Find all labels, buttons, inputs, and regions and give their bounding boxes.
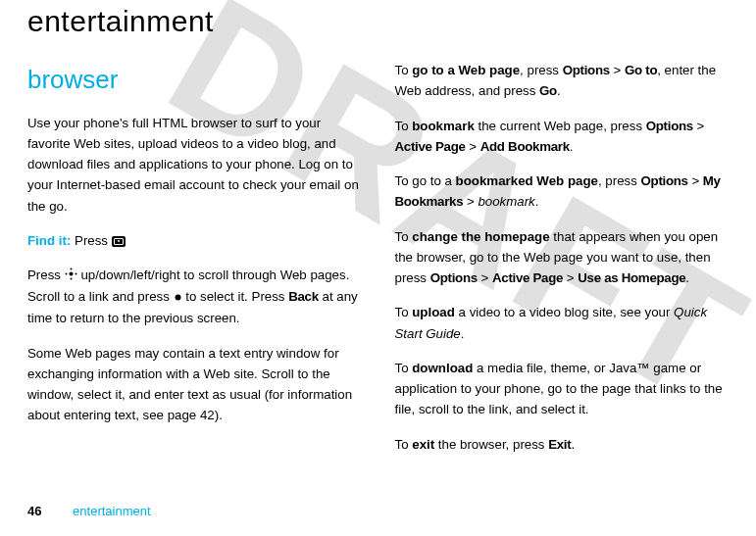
bold-goto: go to a Web page [412,63,520,77]
text-entry-note: Some Web pages may contain a text entry … [27,343,362,426]
browser-key-icon [112,236,126,247]
section-heading-browser: browser [27,60,362,101]
browser-intro: Use your phone's full HTML browser to su… [27,113,362,217]
page-title: entertainment [27,5,729,38]
page-footer: 46 entertainment [27,504,151,518]
gt: > [563,270,578,285]
txt: , press [520,63,563,77]
options-label: Options [641,173,688,188]
bold-bookmark: bookmark [412,119,475,133]
back-label: Back [288,289,319,304]
svg-point-3 [65,273,67,275]
center-key-icon [174,287,182,308]
nav-instructions: Press up/down/left/right to scroll throu… [27,265,362,328]
download-para: To download a media file, theme, or Java… [395,358,730,420]
txt: the browser, press [434,437,548,452]
active-page-label: Active Page [395,139,466,154]
txt: . [685,270,689,285]
svg-point-5 [175,295,180,301]
svg-point-1 [70,268,72,270]
nav-a: Press [27,268,65,282]
gt: > [693,119,704,133]
txt: . [570,139,574,154]
bold-upload: upload [412,305,455,319]
bookmark-italic: bookmark [478,194,534,209]
txt: a video to a video blog site, see your [455,305,674,319]
txt: To [395,63,413,77]
txt: , press [598,173,641,188]
gt: > [466,139,480,154]
nav-pad-icon [65,266,77,286]
active-page-label: Active Page [492,270,563,285]
exit-para: To exit the browser, press Exit. [395,434,730,455]
txt: To [395,437,413,452]
add-bookmark-label: Add Bookmark [480,139,570,154]
bold-home: change the homepage [412,229,549,244]
footer-section-label: entertainment [73,504,151,518]
page-content: entertainment browser Use your phone's f… [0,0,756,536]
homepage-para: To change the homepage that appears when… [395,226,730,289]
options-label: Options [430,270,478,285]
find-it-text: Press [71,233,111,248]
left-column: browser Use your phone's full HTML brows… [27,60,362,468]
gt: > [610,63,625,77]
txt: To go to a [395,173,456,188]
upload-para: To upload a video to a video blog site, … [395,302,730,344]
right-column: To go to a Web page, press Options > Go … [395,60,730,468]
goto-label: Go to [625,63,657,77]
bold-exit: exit [412,437,434,452]
txt: . [461,326,465,341]
exit-label: Exit [548,437,571,452]
options-label: Options [563,63,610,77]
find-it-line: Find it: Press [27,230,362,251]
txt: To [395,361,413,375]
txt: . [535,194,539,209]
gt: > [478,270,492,285]
txt: To [395,229,413,244]
svg-point-2 [70,278,72,280]
bold-bmpage: bookmarked Web page [456,173,598,188]
page-number: 46 [27,504,41,518]
svg-point-0 [69,272,73,276]
find-it-label: Find it: [27,233,71,248]
gt: > [463,194,478,209]
bookmarked-page-para: To go to a bookmarked Web page, press Op… [395,171,730,213]
use-homepage-label: Use as Homepage [578,270,685,285]
gt: > [688,173,703,188]
txt: . [557,83,561,98]
bookmark-para: To bookmark the current Web page, press … [395,116,730,158]
txt: the current Web page, press [475,119,646,133]
txt: To [395,119,413,133]
go-label: Go [539,83,557,98]
goto-para: To go to a Web page, press Options > Go … [395,60,730,102]
txt: To [395,305,413,319]
nav-c: to select it. Press [182,289,289,304]
options-label: Options [646,119,693,133]
txt: . [571,437,575,452]
bold-download: download [412,361,473,375]
